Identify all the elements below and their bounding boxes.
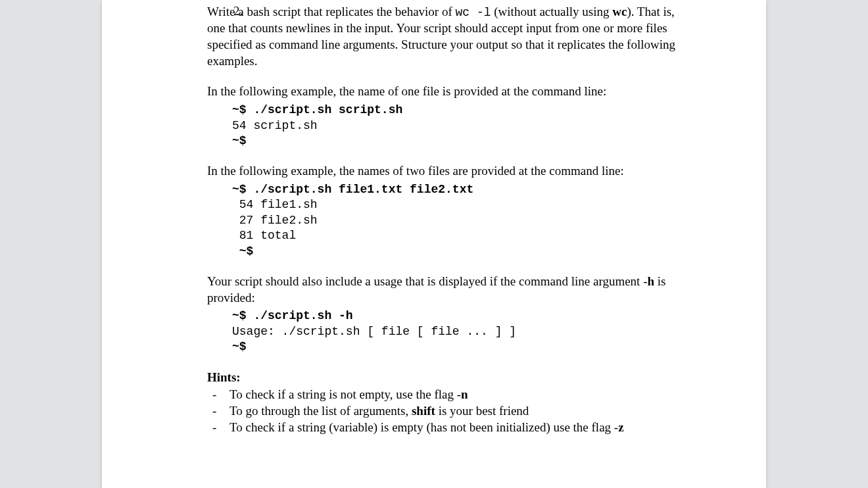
example2-line2: 54 file1.sh [232,198,318,211]
hint-1-b1: shift [412,404,435,418]
usage-line2: Usage: ./script.sh [ file [ file ... ] ] [232,325,516,338]
usage-code: ~$ ./script.sh -h Usage: ./script.sh [ f… [232,308,681,354]
bold-h: h [647,274,654,288]
hint-0-t1: To check if a string is not empty, use t… [229,387,461,401]
usage-lead: Your script should also include a usage … [207,274,681,306]
hint-item: - To check if a string (variable) is emp… [212,420,681,436]
document-page: 2. Write a bash script that replicates t… [102,0,766,488]
example2-line3: 27 file2.sh [232,214,318,227]
example1-lead: In the following example, the name of on… [207,84,681,100]
hint-1-t1: To go through the list of arguments, [229,404,412,418]
question-number: 2. [233,4,243,18]
hint-dash: - [212,403,229,420]
usage-line1: ~$ ./script.sh -h [232,309,353,322]
hint-0-b1: n [461,387,468,401]
intro-text-2: (without actually using [491,5,613,18]
example2-code: ~$ ./script.sh file1.txt file2.txt 54 fi… [232,182,681,259]
intro-text-1: Write a bash script that replicates the … [207,5,456,18]
hint-dash: - [212,420,229,436]
hints-header: Hints: [207,370,681,386]
hint-text: To go through the list of arguments, shi… [229,403,681,420]
hint-dash: - [212,387,229,403]
example2-line4: 81 total [232,229,296,242]
hint-item: - To go through the list of arguments, s… [212,403,681,420]
hint-item: - To check if a string is not empty, use… [212,387,681,403]
hint-2-b1: z [618,420,623,434]
example1-line2: 54 script.sh [232,119,318,132]
example1-line1: ~$ ./script.sh script.sh [232,103,402,116]
hint-1-t2: is your best friend [435,404,529,418]
example2-line1: ~$ ./script.sh file1.txt file2.txt [232,183,473,196]
inline-code-wc-l: wc -l [456,6,491,19]
example1-line3: ~$ [232,134,247,147]
intro-paragraph: Write a bash script that replicates the … [207,4,681,69]
example2-lead: In the following example, the names of t… [207,163,681,180]
bold-wc: wc [612,5,627,18]
hints-list: - To check if a string is not empty, use… [212,387,681,435]
hint-text: To check if a string is not empty, use t… [229,387,681,403]
example2-line5: ~$ [232,245,253,258]
example1-code: ~$ ./script.sh script.sh 54 script.sh ~$ [232,103,681,149]
usage-lead-1: Your script should also include a usage … [207,274,647,288]
hint-2-t1: To check if a string (variable) is empty… [229,420,618,434]
hint-text: To check if a string (variable) is empty… [229,420,681,436]
question-content: Write a bash script that replicates the … [207,4,681,435]
usage-line3: ~$ [232,340,247,353]
